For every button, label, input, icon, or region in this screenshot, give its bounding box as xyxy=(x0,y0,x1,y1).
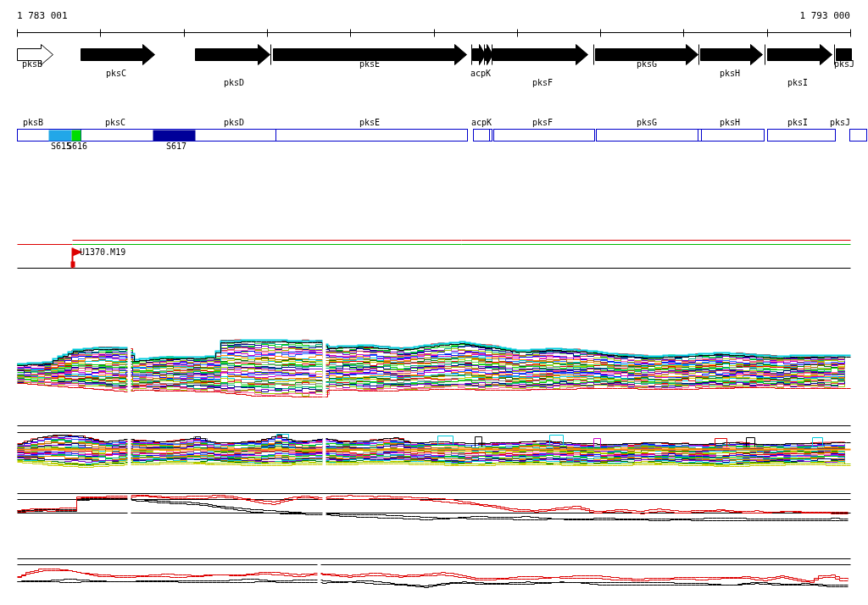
marker-label: U1370.M19 xyxy=(80,248,125,257)
genome-view-canvas[interactable] xyxy=(0,0,868,605)
sequence-end-coordinate: 1 793 000 xyxy=(799,11,850,20)
genome-browser-view: 1 783 001 1 793 000 U1370.M19 pksBpksCpk… xyxy=(0,0,868,605)
sequence-start-coordinate: 1 783 001 xyxy=(17,11,68,20)
